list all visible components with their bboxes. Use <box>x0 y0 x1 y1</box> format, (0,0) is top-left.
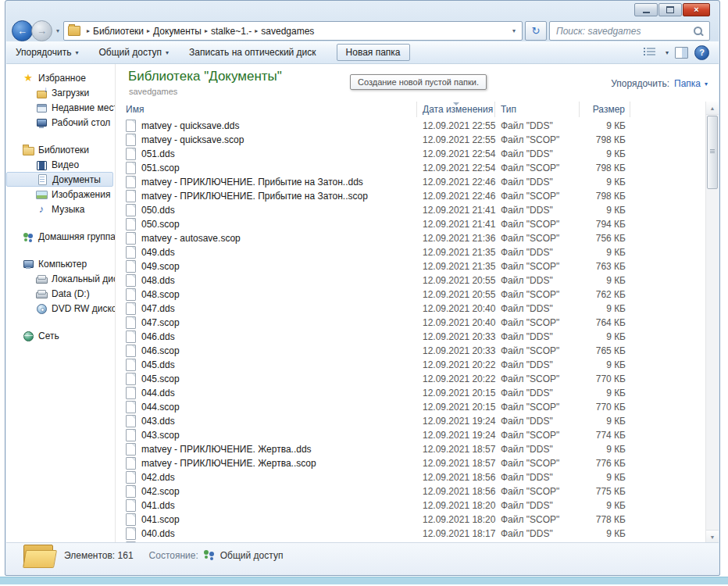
breadcrumb-item[interactable]: Библиотеки <box>93 26 144 37</box>
sidebar-item-recent-places[interactable]: Недавние места <box>6 100 115 115</box>
sidebar-item-dvd[interactable]: DVD RW дисковод ( <box>6 301 115 316</box>
file-row[interactable]: 040.dds12.09.2021 18:17Файл "DDS"9 КБ <box>116 527 706 541</box>
file-row[interactable]: 043.dds12.09.2021 19:24Файл "DDS"9 КБ <box>116 414 706 428</box>
breadcrumb-item[interactable]: savedgames <box>261 26 314 37</box>
sidebar-item-star[interactable]: Избранное <box>6 70 115 85</box>
arrange-by-dropdown[interactable]: Папка ▾ <box>674 78 708 89</box>
file-row[interactable]: matvey - quicksave.scop12.09.2021 22:55Ф… <box>116 133 706 147</box>
search-input[interactable] <box>555 25 691 38</box>
file-name: 042.dds <box>141 472 417 483</box>
toolbar-right-icons: ▾ ? <box>644 45 709 60</box>
scroll-down-icon: ▼ <box>710 534 716 540</box>
sidebar-item-pictures[interactable]: Изображения <box>6 187 115 202</box>
sidebar-item-music[interactable]: Музыка <box>6 202 115 216</box>
file-row[interactable]: 041.scop12.09.2021 18:20Файл "SCOP"778 К… <box>116 513 706 527</box>
sidebar-item-desktop[interactable]: Рабочий стол <box>6 115 115 130</box>
organize-menu[interactable]: Упорядочить ▾ <box>16 47 78 58</box>
file-row[interactable]: matvey - quicksave.dds12.09.2021 22:55Фа… <box>116 119 706 133</box>
recent-pages-dropdown[interactable]: ▾ <box>56 27 59 34</box>
preview-pane-button[interactable] <box>675 47 688 59</box>
file-row[interactable]: 048.dds12.09.2021 20:55Файл "DDS"9 КБ <box>116 273 706 288</box>
file-row[interactable]: 048.scop12.09.2021 20:55Файл "SCOP"762 К… <box>116 288 706 302</box>
file-row[interactable]: matvey - ПРИКЛЮЧЕНИЕ. Прибытие на Затон.… <box>116 175 706 189</box>
breadcrumb-item[interactable]: stalke~1.- <box>211 26 252 37</box>
sidebar-item-libraries[interactable]: Библиотеки <box>6 142 115 157</box>
scrollbar-thumb[interactable] <box>707 116 718 189</box>
file-row[interactable]: 042.dds12.09.2021 18:56Файл "DDS"9 КБ <box>116 470 706 484</box>
file-row[interactable]: matvey - ПРИКЛЮЧЕНИЕ. Жертва..scop12.09.… <box>116 456 706 470</box>
column-header-size[interactable]: Размер <box>580 102 630 117</box>
file-icon-cell <box>126 359 141 371</box>
change-view-button[interactable] <box>644 48 655 57</box>
file-row[interactable]: 042.scop12.09.2021 18:56Файл "SCOP"775 К… <box>116 484 706 498</box>
sidebar-item-local-disk[interactable]: Локальный диск (C <box>6 271 115 286</box>
forward-button[interactable]: → <box>31 20 52 41</box>
sidebar-item-network[interactable]: Сеть <box>6 328 115 343</box>
title-bar[interactable]: × <box>5 1 719 20</box>
file-date: 12.09.2021 20:22 <box>417 373 495 384</box>
vertical-scrollbar[interactable]: ▲ ▼ <box>705 102 719 543</box>
column-header-name[interactable]: Имя <box>116 102 417 117</box>
sidebar-item-homegroup[interactable]: Домашняя группа <box>6 229 115 244</box>
file-icon-cell <box>126 260 141 273</box>
scroll-down-button[interactable]: ▼ <box>706 530 719 543</box>
file-date: 12.09.2021 22:46 <box>417 177 495 188</box>
organize-label: Упорядочить <box>16 47 71 58</box>
burn-button[interactable]: Записать на оптический диск <box>189 47 316 58</box>
breadcrumb: ▸Библиотеки▸Документы▸stalke~1.-▸savedga… <box>84 26 314 37</box>
file-icon-cell <box>126 120 141 132</box>
file-row[interactable]: 046.dds12.09.2021 20:33Файл "DDS"9 КБ <box>116 330 706 344</box>
file-icon-cell <box>126 485 141 498</box>
refresh-button[interactable]: ↻ <box>525 21 547 41</box>
sidebar-item-data-disk[interactable]: Data (D:) <box>6 286 115 301</box>
help-button[interactable]: ? <box>694 45 709 60</box>
breadcrumb-item[interactable]: Документы <box>153 26 202 37</box>
sidebar: ИзбранноеЗагрузкиНедавние местаРабочий с… <box>6 64 116 543</box>
sidebar-item-downloads[interactable]: Загрузки <box>6 85 115 100</box>
video-icon <box>35 159 48 171</box>
file-row[interactable]: 047.dds12.09.2021 20:40Файл "DDS"9 КБ <box>116 302 706 316</box>
file-row[interactable]: 047.scop12.09.2021 20:40Файл "SCOP"764 К… <box>116 316 706 330</box>
file-row[interactable]: matvey - ПРИКЛЮЧЕНИЕ. Жертва..dds12.09.2… <box>116 442 706 456</box>
file-row[interactable]: 044.dds12.09.2021 20:15Файл "DDS"9 КБ <box>116 386 706 400</box>
file-icon <box>126 429 136 441</box>
file-row[interactable]: 041.dds12.09.2021 18:20Файл "DDS"9 КБ <box>116 498 706 513</box>
new-folder-button[interactable]: Новая папка <box>337 44 410 61</box>
scroll-up-button[interactable]: ▲ <box>706 102 719 115</box>
file-row[interactable]: 043.scop12.09.2021 19:24Файл "SCOP"774 К… <box>116 428 706 442</box>
sidebar-item-label: Избранное <box>38 73 86 84</box>
address-dropdown-icon[interactable]: ▾ <box>510 27 518 34</box>
maximize-button[interactable] <box>658 3 682 16</box>
minimize-button[interactable] <box>634 3 658 16</box>
file-size: 9 КБ <box>580 528 630 539</box>
file-type: Файл "DDS" <box>495 120 580 131</box>
sidebar-item-documents[interactable]: Документы <box>6 172 113 187</box>
close-button[interactable]: × <box>683 3 710 16</box>
column-header-type[interactable]: Тип <box>495 102 580 117</box>
file-row[interactable]: 050.dds12.09.2021 21:41Файл "DDS"9 КБ <box>116 203 706 217</box>
file-row[interactable]: matvey - ПРИКЛЮЧЕНИЕ. Прибытие на Затон.… <box>116 189 706 203</box>
address-bar[interactable]: ▸Библиотеки▸Документы▸stalke~1.-▸savedga… <box>63 21 523 41</box>
file-row[interactable]: 051.dds12.09.2021 22:54Файл "DDS"9 КБ <box>116 147 706 161</box>
file-name: 045.scop <box>141 373 417 384</box>
file-icon <box>126 527 136 540</box>
status-text: Элементов: 161 Состояние: Общий доступ <box>64 550 283 561</box>
file-row[interactable]: 049.dds12.09.2021 21:35Файл "DDS"9 КБ <box>116 245 706 259</box>
file-size: 765 КБ <box>580 345 630 356</box>
file-row[interactable]: 045.dds12.09.2021 20:22Файл "DDS"9 КБ <box>116 358 706 372</box>
sidebar-item-computer[interactable]: Компьютер <box>6 256 115 271</box>
file-row[interactable]: 044.scop12.09.2021 20:15Файл "SCOP"770 К… <box>116 400 706 414</box>
sidebar-item-label: Загрузки <box>52 88 89 98</box>
file-row[interactable]: matvey - autosave.scop12.09.2021 21:36Фа… <box>116 231 706 245</box>
file-row[interactable]: 051.scop12.09.2021 22:54Файл "SCOP"798 К… <box>116 161 706 175</box>
file-row[interactable]: 046.scop12.09.2021 20:33Файл "SCOP"765 К… <box>116 344 706 358</box>
sidebar-item-video[interactable]: Видео <box>6 157 115 172</box>
share-menu[interactable]: Общий доступ ▾ <box>98 47 169 58</box>
sidebar-item-label: Недавние места <box>52 102 115 113</box>
back-button[interactable]: ← <box>12 20 33 41</box>
file-row[interactable]: 049.scop12.09.2021 21:35Файл "SCOP"763 К… <box>116 259 706 273</box>
scroll-up-icon: ▲ <box>710 105 716 111</box>
view-dropdown-icon[interactable]: ▾ <box>666 49 669 56</box>
file-row[interactable]: 045.scop12.09.2021 20:22Файл "SCOP"770 К… <box>116 372 706 386</box>
file-row[interactable]: 050.scop12.09.2021 21:41Файл "SCOP"794 К… <box>116 217 706 231</box>
